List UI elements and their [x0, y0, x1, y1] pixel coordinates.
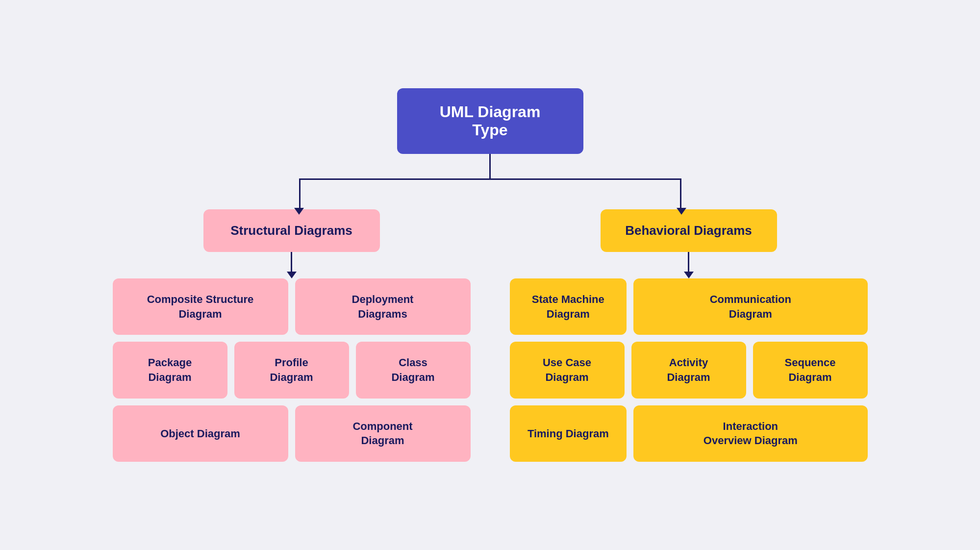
behavioral-arrow [684, 272, 694, 278]
class-diagram: ClassDiagram [356, 342, 471, 398]
left-arrow [294, 208, 304, 215]
structural-row3: Object Diagram ComponentDiagram [113, 405, 471, 462]
sequence-diagram: SequenceDiagram [753, 342, 868, 398]
behavioral-row1: State MachineDiagram CommunicationDiagra… [510, 278, 868, 335]
structural-label: Structural Diagrams [230, 223, 352, 238]
structural-node: Structural Diagrams [203, 209, 380, 252]
structural-row2: PackageDiagram ProfileDiagram ClassDiagr… [113, 342, 471, 398]
root-vline [489, 154, 491, 178]
profile-diagram: ProfileDiagram [234, 342, 349, 398]
two-branches: Structural Diagrams Composite StructureD… [49, 209, 931, 462]
behavioral-connector [684, 252, 694, 278]
structural-children: Composite StructureDiagram DeploymentDia… [113, 278, 471, 462]
right-vline [680, 180, 681, 209]
root-label: UML Diagram Type [440, 103, 541, 139]
timing-diagram: Timing Diagram [510, 405, 627, 462]
root-connector [489, 154, 491, 178]
behavioral-vline [688, 252, 689, 272]
state-machine-diagram: State MachineDiagram [510, 278, 627, 335]
composite-structure-diagram: Composite StructureDiagram [113, 278, 288, 335]
behavioral-branch: Behavioral Diagrams State MachineDiagram… [510, 209, 868, 462]
behavioral-row2: Use CaseDiagram ActivityDiagram Sequence… [510, 342, 868, 398]
structural-branch: Structural Diagrams Composite StructureD… [113, 209, 471, 462]
communication-diagram: CommunicationDiagram [633, 278, 867, 335]
behavioral-label: Behavioral Diagrams [625, 223, 752, 238]
component-diagram: ComponentDiagram [295, 405, 471, 462]
structural-connector [287, 252, 297, 278]
structural-vline [291, 252, 292, 272]
root-node: UML Diagram Type [397, 88, 583, 154]
deployment-diagrams: DeploymentDiagrams [295, 278, 471, 335]
use-case-diagram: Use CaseDiagram [510, 342, 625, 398]
activity-diagram: ActivityDiagram [631, 342, 746, 398]
package-diagram: PackageDiagram [113, 342, 227, 398]
branch-drops [196, 180, 784, 209]
object-diagram: Object Diagram [113, 405, 288, 462]
structural-row1: Composite StructureDiagram DeploymentDia… [113, 278, 471, 335]
left-vline [299, 180, 301, 209]
behavioral-row3: Timing Diagram InteractionOverview Diagr… [510, 405, 868, 462]
behavioral-node: Behavioral Diagrams [601, 209, 777, 252]
behavioral-children: State MachineDiagram CommunicationDiagra… [510, 278, 868, 462]
diagram-container: UML Diagram Type Structural Diagrams [49, 88, 931, 462]
structural-arrow [287, 272, 297, 278]
right-arrow [677, 208, 686, 215]
interaction-overview-diagram: InteractionOverview Diagram [633, 405, 867, 462]
